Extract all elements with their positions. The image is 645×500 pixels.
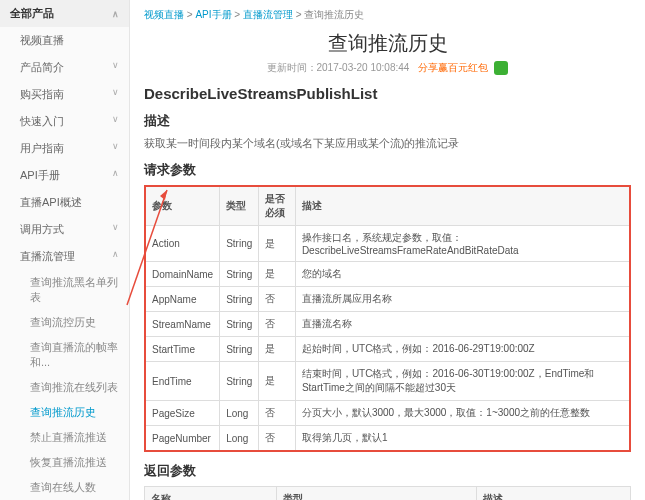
api-name-heading: DescribeLiveStreamsPublishList [144,85,631,102]
table-row: ActionString是操作接口名，系统规定参数，取值：DescribeLiv… [145,226,630,262]
crumb-b[interactable]: API手册 [195,9,231,20]
request-params-table: 参数类型是否必须描述 ActionString是操作接口名，系统规定参数，取值：… [144,185,631,452]
table-row: EndTimeString是结束时间，UTC格式，例如：2016-06-30T1… [145,362,630,401]
sidebar-item[interactable]: 视频直播 [0,27,129,54]
sidebar-subitem[interactable]: 查询推流历史 [0,400,129,425]
sidebar-subitem[interactable]: 查询流控历史 [0,310,129,335]
table-row: AppNameString否直播流所属应用名称 [145,287,630,312]
sidebar-subitem[interactable]: 查询直播流的帧率和... [0,335,129,375]
sidebar-item[interactable]: 快速入门∨ [0,108,129,135]
sidebar-item[interactable]: 用户指南∨ [0,135,129,162]
req-heading: 请求参数 [144,161,631,179]
main-content: 视频直播 > API手册 > 直播流管理 > 查询推流历史 查询推流历史 更新时… [130,0,645,500]
sidebar-item[interactable]: 购买指南∨ [0,81,129,108]
desc-text: 获取某一时间段内某个域名(或域名下某应用或某个流)的推流记录 [144,136,631,151]
breadcrumb: 视频直播 > API手册 > 直播流管理 > 查询推流历史 [144,8,631,22]
table-row: StartTimeString是起始时间，UTC格式，例如：2016-06-29… [145,337,630,362]
sidebar-subitem[interactable]: 恢复直播流推送 [0,450,129,475]
sidebar-item[interactable]: 调用方式∨ [0,216,129,243]
ret-heading: 返回参数 [144,462,631,480]
table-row: DomainNameString是您的域名 [145,262,630,287]
table-row: StreamNameString否直播流名称 [145,312,630,337]
wechat-icon[interactable] [494,61,508,75]
sidebar: 全部产品∧ 视频直播产品简介∨购买指南∨快速入门∨用户指南∨ API手册∧ 直播… [0,0,130,500]
sidebar-subitem[interactable]: 查询推流黑名单列表 [0,270,129,310]
sidebar-item-api[interactable]: API手册∧ [0,162,129,189]
desc-heading: 描述 [144,112,631,130]
table-row: PageSizeLong否分页大小，默认3000，最大3000，取值：1~300… [145,401,630,426]
sidebar-subitem[interactable]: 禁止直播流推送 [0,425,129,450]
crumb-a[interactable]: 视频直播 [144,9,184,20]
share-link[interactable]: 分享赢百元红包 [418,62,488,73]
sidebar-subitem[interactable]: 查询在线人数 [0,475,129,500]
crumb-d: 查询推流历史 [304,9,364,20]
page-title: 查询推流历史 [144,30,631,57]
return-params-table: 名称类型描述 PublishInfoPublishInfoModel[]推流记录… [144,486,631,500]
sidebar-item[interactable]: 直播API概述 [0,189,129,216]
table-row: PageNumberLong否取得第几页，默认1 [145,426,630,452]
sidebar-item[interactable]: 直播流管理∧ [0,243,129,270]
page-meta: 更新时间：2017-03-20 10:08:44 分享赢百元红包 [144,61,631,75]
sidebar-item[interactable]: 产品简介∨ [0,54,129,81]
crumb-c[interactable]: 直播流管理 [243,9,293,20]
sidebar-all-products[interactable]: 全部产品∧ [0,0,129,27]
sidebar-subitem[interactable]: 查询推流在线列表 [0,375,129,400]
